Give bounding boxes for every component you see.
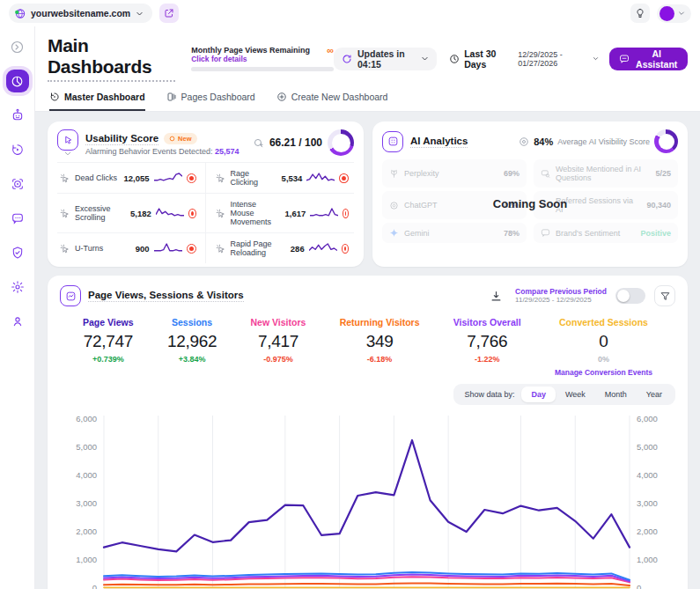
metric-new-visitors[interactable]: New Visitors 7,417 -0.975% <box>251 317 306 377</box>
metric-label: Returning Visitors <box>340 317 420 328</box>
granularity-day[interactable]: Day <box>521 387 556 402</box>
ai-analytics-card: AI Analytics 84% Average AI Visibility S… <box>372 121 688 267</box>
coming-soon-label: Coming Soon <box>372 197 688 210</box>
svg-text:0: 0 <box>637 583 641 589</box>
granularity-week[interactable]: Week <box>556 387 595 402</box>
metric-page-views[interactable]: Page Views 72,747 +0.739% <box>83 317 134 377</box>
usability-metric-u-turns[interactable]: U-Turns 900 <box>57 232 206 263</box>
metric-value: 900 <box>136 244 150 254</box>
metric-change: -1.22% <box>453 355 521 364</box>
svg-text:4,000: 4,000 <box>637 470 658 480</box>
metric-sessions[interactable]: Sessions 12,962 +3.84% <box>167 317 217 377</box>
view-recordings-icon[interactable] <box>339 173 349 183</box>
gemini-icon <box>389 228 399 238</box>
ai-assistant-button[interactable]: AI Assistant <box>609 48 688 70</box>
svg-text:3,000: 3,000 <box>637 498 658 508</box>
sidebar-expand-button[interactable] <box>6 35 29 58</box>
account-menu[interactable] <box>657 4 691 23</box>
stat-value: 5/25 <box>655 169 671 178</box>
usability-metric-excessive-scrolling[interactable]: Excessive Scrolling 5,182 <box>57 193 206 232</box>
chat-icon <box>619 54 630 64</box>
sentiment-value: Positive <box>640 229 671 238</box>
chevron-down-icon <box>678 10 685 17</box>
tab-pages-dashboard[interactable]: Pages Dashboard <box>166 92 255 111</box>
granularity-year[interactable]: Year <box>637 387 672 402</box>
metric-label: U-Turns <box>75 244 103 253</box>
sidebar <box>0 26 35 589</box>
compare-dates: 11/29/2025 - 12/29/2025 <box>515 296 607 305</box>
sidebar-item-settings[interactable] <box>6 276 29 298</box>
metric-label: Dead Clicks <box>75 173 117 182</box>
alarming-events-count: 25,574 <box>215 147 239 156</box>
traffic-card: Page Views, Sessions & Visitors Compare … <box>48 276 688 589</box>
compare-toggle[interactable] <box>615 288 645 304</box>
svg-text:3,000: 3,000 <box>76 498 97 508</box>
metric-value: 5,534 <box>282 173 303 183</box>
master-dashboard-icon <box>49 92 60 102</box>
view-recordings-icon[interactable] <box>187 244 196 254</box>
view-recordings-icon[interactable] <box>342 244 349 254</box>
metric-value: 1,617 <box>284 209 306 218</box>
date-range-preset[interactable]: Last 30 Days <box>449 48 510 70</box>
usability-subtitle: Alarming Behavior Events Detected: 25,57… <box>85 147 239 156</box>
updates-dropdown[interactable]: Updates in 04:15 <box>334 48 437 70</box>
chevron-down-icon <box>421 55 429 63</box>
sparkline <box>310 208 338 218</box>
usability-score-card: Usability ScoreNew Alarming Behavior Eve… <box>48 121 364 267</box>
metric-value: 0 <box>555 332 652 351</box>
sidebar-item-ai-agent[interactable] <box>6 104 29 127</box>
new-badge: New <box>164 133 196 144</box>
granularity-month[interactable]: Month <box>595 387 637 402</box>
metric-visitors-overall[interactable]: Visitors Overall 7,766 -1.22% <box>453 317 521 377</box>
visibility-icon <box>519 136 529 147</box>
svg-text:2,000: 2,000 <box>637 526 658 536</box>
cursor-click-icon <box>215 208 226 219</box>
pages-dashboard-icon <box>166 92 177 102</box>
sparkline <box>156 208 184 218</box>
traffic-title: Page Views, Sessions & Visitors <box>88 290 244 302</box>
usability-metric-dead-clicks[interactable]: Dead Clicks 12,055 <box>57 162 206 193</box>
plus-circle-icon <box>276 92 287 102</box>
manage-conversion-events-link[interactable]: Manage Conversion Events <box>555 368 652 377</box>
usability-metric-rapid-page-reloading[interactable]: Rapid Page Reloading 286 <box>206 232 355 263</box>
provider-score: 69% <box>504 169 519 178</box>
traffic-line-chart[interactable]: 12/29/202501/01/202601/04/202601/08/2026… <box>60 409 675 589</box>
traffic-metrics: Page Views 72,747 +0.739% Sessions 12,96… <box>60 306 675 377</box>
view-recordings-icon[interactable] <box>187 173 196 183</box>
metric-label: New Visitors <box>251 317 306 328</box>
metric-converted-sessions[interactable]: Converted Sessions 0 0% Manage Conversio… <box>555 317 652 377</box>
open-website-button[interactable] <box>159 4 179 23</box>
website-selector[interactable]: yourwebsitename.com <box>9 4 152 23</box>
sidebar-item-session-recordings[interactable] <box>6 138 29 161</box>
tab-create-new-dashboard[interactable]: Create New Dashboard <box>276 92 388 111</box>
infinity-icon: ∞ <box>327 47 334 55</box>
usability-metric-intense-mouse-movements[interactable]: Intense Mouse Movements 1,617 <box>206 193 355 232</box>
cursor-click-icon <box>215 243 226 254</box>
usability-metric-rage-clicking[interactable]: Rage Clicking 5,534 <box>206 162 355 193</box>
usability-score-value: 66.21 / 100 <box>269 136 322 149</box>
sidebar-item-heatmaps[interactable] <box>6 173 29 195</box>
metric-returning-visitors[interactable]: Returning Visitors 349 -6.18% <box>340 317 420 377</box>
sidebar-item-privacy[interactable] <box>6 241 29 264</box>
filter-button[interactable] <box>654 285 675 306</box>
sidebar-item-feedback[interactable] <box>6 207 29 230</box>
chevron-down-icon[interactable] <box>64 151 71 156</box>
sidebar-item-dashboards[interactable] <box>6 70 29 92</box>
view-recordings-icon[interactable] <box>188 209 196 218</box>
usability-score-donut <box>328 129 354 156</box>
metric-value: 7,417 <box>251 332 306 351</box>
tips-button[interactable] <box>630 4 650 23</box>
view-recordings-icon[interactable] <box>343 209 349 218</box>
website-name: yourwebsitename.com <box>31 8 130 18</box>
date-range-picker[interactable]: 12/29/2025 - 01/27/2026 <box>518 50 599 68</box>
usability-metrics: Dead Clicks 12,055 Rage Clicking 5,534 <box>57 162 354 263</box>
svg-text:5,000: 5,000 <box>76 442 97 452</box>
tab-master-dashboard[interactable]: Master Dashboard <box>49 92 145 111</box>
download-button[interactable] <box>485 285 506 306</box>
metric-value: 12,055 <box>123 173 149 183</box>
cursor-click-icon <box>59 208 70 219</box>
sidebar-item-visitor-profiles[interactable] <box>6 310 29 333</box>
ai-score-donut <box>654 129 678 153</box>
sparkline <box>309 243 337 254</box>
quota-details-link[interactable]: Click for details <box>191 55 334 63</box>
